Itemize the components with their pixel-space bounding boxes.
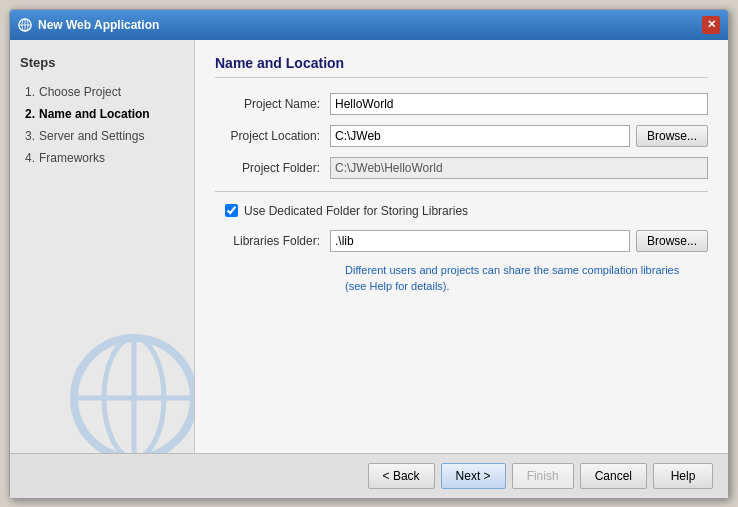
back-button[interactable]: < Back: [368, 463, 435, 489]
libraries-folder-row: Libraries Folder: Browse...: [215, 230, 708, 252]
libraries-folder-label: Libraries Folder:: [215, 234, 330, 248]
content-area: Steps 1. Choose Project 2. Name and Loca…: [10, 40, 728, 453]
footer-bar: < Back Next > Finish Cancel Help: [10, 453, 728, 498]
main-window: New Web Application ✕ Steps 1. Choose Pr…: [9, 9, 729, 499]
project-location-label: Project Location:: [215, 129, 330, 143]
checkbox-row: Use Dedicated Folder for Storing Librari…: [215, 204, 708, 218]
project-folder-input: [330, 157, 708, 179]
help-button[interactable]: Help: [653, 463, 713, 489]
title-bar: New Web Application ✕: [10, 10, 728, 40]
browse-location-button[interactable]: Browse...: [636, 125, 708, 147]
next-button[interactable]: Next >: [441, 463, 506, 489]
title-bar-left: New Web Application: [18, 18, 159, 32]
cancel-button[interactable]: Cancel: [580, 463, 647, 489]
project-location-row: Project Location: Browse...: [215, 125, 708, 147]
browse-libraries-button[interactable]: Browse...: [636, 230, 708, 252]
step-1: 1. Choose Project: [20, 82, 184, 102]
main-panel: Name and Location Project Name: Project …: [195, 40, 728, 453]
libraries-folder-input[interactable]: [330, 230, 630, 252]
info-text: Different users and projects can share t…: [345, 262, 685, 295]
checkbox-label[interactable]: Use Dedicated Folder for Storing Librari…: [244, 204, 468, 218]
watermark-icon: [54, 333, 195, 453]
project-location-input[interactable]: [330, 125, 630, 147]
dedicated-folder-checkbox[interactable]: [225, 204, 238, 217]
project-name-label: Project Name:: [215, 97, 330, 111]
step-3: 3. Server and Settings: [20, 126, 184, 146]
step-4: 4. Frameworks: [20, 148, 184, 168]
app-icon: [18, 18, 32, 32]
steps-list: 1. Choose Project 2. Name and Location 3…: [20, 82, 184, 168]
window-title: New Web Application: [38, 18, 159, 32]
close-button[interactable]: ✕: [702, 16, 720, 34]
project-name-input[interactable]: [330, 93, 708, 115]
sidebar-title: Steps: [20, 55, 184, 70]
project-name-row: Project Name:: [215, 93, 708, 115]
sidebar: Steps 1. Choose Project 2. Name and Loca…: [10, 40, 195, 453]
project-folder-row: Project Folder:: [215, 157, 708, 179]
divider: [215, 191, 708, 192]
project-folder-label: Project Folder:: [215, 161, 330, 175]
panel-title: Name and Location: [215, 55, 708, 78]
step-2: 2. Name and Location: [20, 104, 184, 124]
finish-button[interactable]: Finish: [512, 463, 574, 489]
